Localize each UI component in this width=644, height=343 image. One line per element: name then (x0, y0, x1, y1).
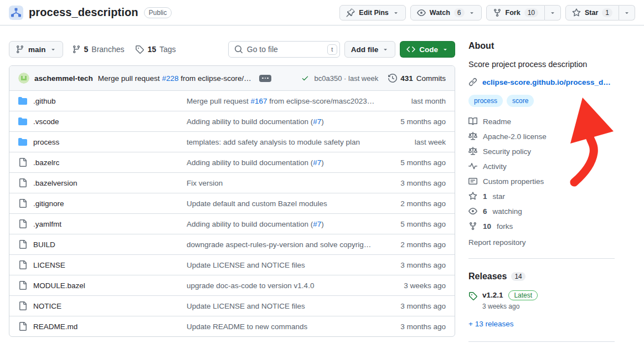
file-name-link[interactable]: BUILD (33, 240, 55, 249)
commit-message-expand-button[interactable] (259, 75, 271, 82)
file-commit-age[interactable]: 3 weeks ago (384, 281, 446, 290)
fork-dropdown-button[interactable] (545, 5, 561, 21)
star-dropdown-button[interactable] (619, 5, 635, 21)
star-label: Star (585, 9, 598, 17)
sidebar-readme-link[interactable]: Readme (468, 117, 615, 126)
repo-title[interactable]: process_description (29, 6, 138, 19)
commit-message-text: from eclipse-score/aschemmel-te… (178, 74, 254, 83)
file-name-link[interactable]: README.md (33, 322, 78, 331)
file-commit-age[interactable]: 3 months ago (384, 322, 446, 331)
eye-icon (468, 207, 477, 216)
file-row: processtemplates: add safety analysis to… (9, 131, 455, 152)
file-commit-age[interactable]: 2 months ago (384, 199, 446, 208)
commit-message-text: Merge pull request (98, 74, 162, 83)
resource-label: Security policy (483, 147, 531, 156)
file-name-link[interactable]: .bazelrc (33, 158, 59, 167)
file-commit-message: Fix version (187, 179, 384, 187)
chevron-down-icon (624, 9, 630, 16)
release-version-link[interactable]: v1.2.1 (482, 291, 503, 299)
file-commit-age[interactable]: last week (384, 138, 446, 146)
more-releases-link[interactable]: + 13 releases (468, 320, 513, 328)
sidebar-stars-link[interactable]: 1star (468, 192, 615, 201)
commit-author-avatar[interactable] (18, 73, 29, 84)
file-name-link[interactable]: .bazelversion (33, 179, 78, 187)
commit-sha-time-link[interactable]: bc0a350 · last week (315, 74, 379, 83)
file-commit-age[interactable]: 5 months ago (384, 117, 446, 126)
pr-link[interactable]: #7 (313, 117, 321, 126)
fork-button[interactable]: Fork 10 (486, 5, 545, 21)
file-name-link[interactable]: .yamlfmt (33, 220, 61, 228)
latest-commit-bar: aschemmel-tech Merge pull request #228 f… (9, 66, 455, 90)
file-name-link[interactable]: .gitignore (33, 199, 64, 208)
sidebar-custom-properties-link[interactable]: Custom properties (468, 177, 615, 186)
repo-toolbar: main 5 Branches 15 Tags Go to file (9, 41, 455, 58)
branches-label: Branches (91, 45, 124, 54)
code-label: Code (419, 45, 438, 54)
tags-label: Tags (159, 45, 176, 54)
branch-selector-button[interactable]: main (9, 41, 63, 58)
sidebar-activity-link[interactable]: Activity (468, 162, 615, 171)
file-row: .bazelversionFix version3 months ago (9, 172, 455, 193)
file-icon (18, 240, 27, 249)
pr-link[interactable]: #7 (313, 158, 321, 167)
commit-message: Merge pull request #228 from eclipse-sco… (98, 74, 254, 83)
code-icon (406, 45, 415, 54)
commit-author-link[interactable]: aschemmel-tech (34, 74, 93, 83)
file-commit-age[interactable]: 3 months ago (384, 179, 446, 187)
commit-history-link[interactable]: 431 Commits (388, 74, 446, 83)
tags-link[interactable]: 15 Tags (135, 45, 176, 54)
file-name-link[interactable]: .github (33, 97, 56, 105)
star-button[interactable]: Star 1 (565, 5, 619, 21)
file-commit-message: Merge pull request #167 from eclipse-sco… (187, 97, 384, 105)
pulse-icon (468, 162, 477, 171)
file-name-link[interactable]: .vscode (33, 117, 59, 126)
topic-pill-score[interactable]: score (507, 95, 534, 107)
file-commit-message: Update LICENSE and NOTICE files (187, 261, 384, 269)
file-commit-message: templates: add safety analysis to module… (187, 138, 384, 146)
topic-pill-process[interactable]: process (468, 95, 503, 107)
file-commit-age[interactable]: 2 months ago (384, 240, 446, 249)
fork-icon (493, 8, 502, 17)
go-to-file-input[interactable]: Go to file t (228, 41, 340, 58)
resource-label: Custom properties (483, 177, 544, 186)
pr-link[interactable]: #228 (162, 74, 178, 83)
file-commit-age[interactable]: 3 months ago (384, 302, 446, 310)
report-repository-link[interactable]: Report repository (468, 238, 615, 247)
file-name-link[interactable]: MODULE.bazel (33, 281, 85, 290)
edit-pins-button[interactable]: Edit Pins (339, 5, 405, 21)
file-commit-age[interactable]: 5 months ago (384, 158, 446, 167)
org-avatar[interactable] (9, 6, 23, 20)
chevron-down-icon (549, 9, 556, 16)
file-commit-age[interactable]: last month (384, 97, 446, 105)
watch-button[interactable]: Watch 6 (410, 5, 482, 21)
repo-website-link[interactable]: eclipse-score.github.io/process_descr… (482, 78, 615, 86)
file-icon (18, 260, 27, 269)
sidebar-security-policy-link[interactable]: Security policy (468, 147, 615, 156)
file-row: BUILDdowngrade aspect-rules-py-version a… (9, 234, 455, 254)
pr-link[interactable]: #167 (251, 97, 267, 105)
file-name-link[interactable]: LICENSE (33, 261, 65, 269)
file-commit-message: downgrade aspect-rules-py-version and so… (187, 240, 384, 249)
resource-count: 1 (483, 192, 487, 201)
file-commit-age[interactable]: 3 months ago (384, 261, 446, 269)
file-icon (18, 281, 27, 290)
sidebar-license-link[interactable]: Apache-2.0 license (468, 132, 615, 141)
releases-title[interactable]: Releases (468, 272, 507, 281)
law-icon (468, 132, 477, 141)
pr-link[interactable]: #7 (313, 220, 321, 228)
branches-link[interactable]: 5 Branches (72, 45, 125, 54)
file-name-link[interactable]: process (33, 138, 59, 146)
file-table: aschemmel-tech Merge pull request #228 f… (9, 65, 455, 337)
sidebar-watchers-link[interactable]: 6watching (468, 207, 615, 216)
chevron-down-icon (382, 46, 389, 53)
code-button[interactable]: Code (400, 41, 455, 58)
file-name-link[interactable]: NOTICE (33, 302, 61, 310)
file-commit-age[interactable]: 5 months ago (384, 220, 446, 228)
chevron-down-icon (442, 46, 449, 53)
add-file-button[interactable]: Add file (344, 41, 396, 58)
checks-passed-icon[interactable] (301, 74, 309, 82)
search-icon (234, 45, 243, 54)
main-content: main 5 Branches 15 Tags Go to file (0, 25, 644, 342)
sidebar-forks-link[interactable]: 10forks (468, 222, 615, 231)
sidebar-resources: ReadmeApache-2.0 licenseSecurity policyA… (468, 117, 615, 231)
